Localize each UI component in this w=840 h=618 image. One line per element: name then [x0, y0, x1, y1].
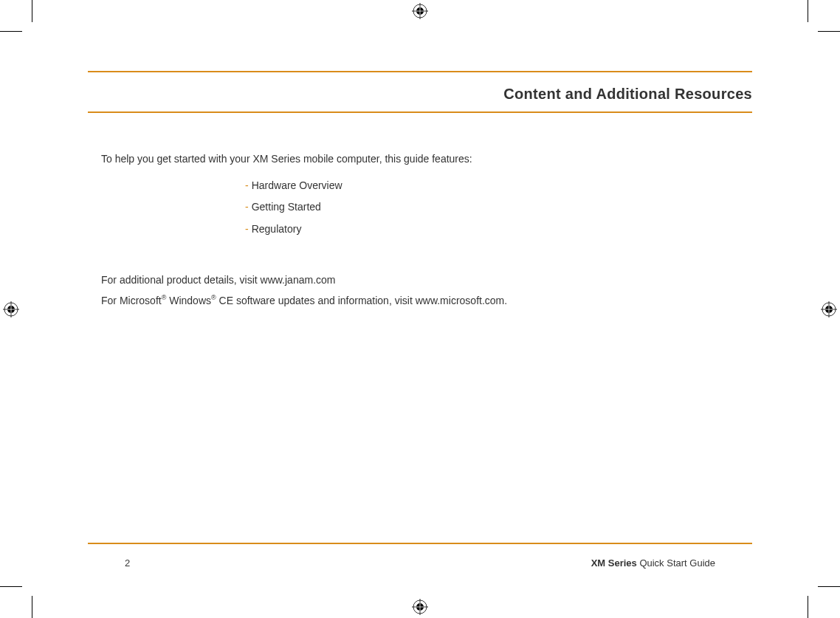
bullet-dash-icon: - — [245, 223, 249, 235]
crop-mark — [808, 0, 808, 22]
crop-mark — [32, 0, 32, 22]
registered-mark: ® — [211, 295, 216, 302]
header-rule — [88, 71, 752, 72]
feature-label: Regulatory — [252, 223, 302, 235]
registration-mark-icon — [412, 599, 428, 615]
additional-line-1: For additional product details, visit ww… — [101, 269, 752, 290]
crop-mark — [0, 31, 22, 32]
crop-mark — [808, 596, 808, 618]
doc-series: XM Series — [591, 557, 637, 569]
list-item: -Regulatory — [245, 219, 752, 240]
additional-line-2: For Microsoft® Windows® CE software upda… — [101, 290, 752, 311]
footer: 2 XM Series Quick Start Guide — [88, 543, 752, 569]
crop-mark — [0, 586, 22, 587]
bullet-dash-icon: - — [245, 179, 249, 191]
bullet-dash-icon: - — [245, 201, 249, 213]
feature-label: Hardware Overview — [252, 179, 342, 191]
text-fragment: For additional product details, visit — [101, 274, 261, 286]
page-content: Content and Additional Resources To help… — [88, 71, 752, 311]
list-item: -Getting Started — [245, 196, 752, 218]
body-content: To help you get started with your XM Ser… — [101, 153, 752, 311]
additional-resources: For additional product details, visit ww… — [101, 269, 752, 311]
registration-mark-icon — [412, 3, 428, 19]
doc-subtitle: Quick Start Guide — [637, 557, 715, 569]
document-title: XM Series Quick Start Guide — [591, 557, 715, 569]
footer-rule — [88, 543, 752, 544]
page-title: Content and Additional Resources — [88, 86, 752, 111]
text-fragment: CE software updates and information, vis… — [216, 295, 507, 306]
text-fragment: Windows — [166, 295, 211, 306]
footer-row: 2 XM Series Quick Start Guide — [88, 557, 752, 569]
url-text: www.janam.com — [261, 274, 336, 286]
list-item: -Hardware Overview — [245, 175, 752, 196]
crop-mark — [818, 31, 840, 32]
crop-mark — [32, 596, 32, 618]
feature-label: Getting Started — [252, 201, 321, 213]
feature-list: -Hardware Overview -Getting Started -Reg… — [245, 175, 752, 240]
text-fragment: For Microsoft — [101, 295, 162, 306]
intro-text: To help you get started with your XM Ser… — [101, 153, 752, 165]
page-number: 2 — [125, 557, 130, 569]
header-rule — [88, 111, 752, 113]
registration-mark-icon — [821, 301, 837, 317]
registration-mark-icon — [3, 301, 19, 317]
crop-mark — [818, 586, 840, 587]
